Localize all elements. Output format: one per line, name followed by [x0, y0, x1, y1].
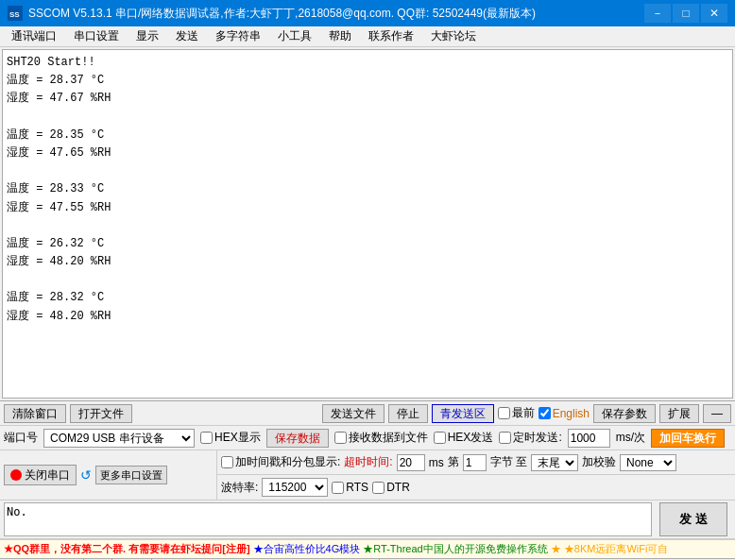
check-select[interactable]: None	[620, 454, 676, 471]
save-to-file-check[interactable]	[334, 432, 347, 444]
output-line: 湿度 = 47.65 %RH	[7, 144, 728, 162]
hex-display-label[interactable]: HEX显示	[200, 430, 261, 446]
output-line: 温度 = 28.37 °C	[7, 72, 728, 90]
save-params-button[interactable]: 保存参数	[593, 404, 656, 423]
timed-send-check[interactable]	[499, 432, 511, 444]
app-icon: SS	[8, 6, 23, 21]
save-to-file-label[interactable]: 接收数据到文件	[334, 430, 428, 446]
ad-4g: ★合宙高性价比4G模块	[253, 543, 364, 554]
output-line: 湿度 = 48.20 %RH	[7, 253, 728, 271]
send-input-left: No.	[4, 502, 652, 536]
timeout-unit: ms	[429, 456, 444, 469]
output-line: 温度 = 28.35 °C	[7, 127, 728, 144]
port-status-indicator	[10, 469, 22, 481]
output-line: 温度 = 28.33 °C	[7, 180, 728, 198]
baud-label: 波特率:	[221, 480, 258, 496]
window-controls: － □ ✕	[644, 4, 727, 23]
output-line	[7, 271, 728, 289]
output-line	[7, 217, 728, 235]
output-line	[7, 109, 728, 127]
port-control-left: 关闭串口 ↺ 更多串口设置	[0, 450, 217, 500]
send-button[interactable]: 发 送	[659, 502, 727, 536]
add-crlf-button[interactable]: 加回车换行	[651, 429, 725, 448]
english-check[interactable]	[538, 407, 551, 419]
output-area[interactable]: SHT20 Start!!温度 = 28.37 °C湿度 = 47.67 %RH…	[2, 49, 733, 399]
expand-dash-button[interactable]: —	[703, 404, 731, 423]
most-recent-checkbox[interactable]: 最前	[498, 405, 535, 421]
baud-select[interactable]: 115200	[262, 478, 328, 497]
combined-row: 关闭串口 ↺ 更多串口设置 加时间戳和分包显示: 超时时间: ms 第 字节 至…	[0, 450, 735, 501]
output-line: 湿度 = 48.20 %RH	[7, 308, 728, 326]
stop-button[interactable]: 停止	[388, 404, 428, 423]
end-select[interactable]: 末尾	[531, 454, 578, 471]
ad-qq: ★QQ群里，没有第二个群. 有需要请在虾坛提问[注册]	[4, 543, 253, 554]
byte-unit: 字节 至	[490, 454, 527, 470]
title-bar-left: SS SSCOM V5.13.1 串口/网络数据调试器,作者:大虾丁丁,2618…	[8, 6, 536, 22]
output-line	[7, 162, 728, 180]
maximize-button[interactable]: □	[673, 4, 699, 23]
menu-item-串口设置[interactable]: 串口设置	[66, 26, 127, 46]
byte-label: 第	[448, 454, 459, 470]
add-timestamp-label[interactable]: 加时间戳和分包显示:	[221, 454, 340, 470]
output-line: 湿度 = 47.55 %RH	[7, 199, 728, 217]
timed-send-label[interactable]: 定时发送:	[499, 430, 561, 446]
output-line: SHT20 Start!!	[7, 54, 728, 72]
dtr-label[interactable]: DTR	[372, 481, 410, 494]
baud-row: 波特率: 115200 RTS DTR	[217, 475, 735, 500]
send-area-button[interactable]: 青发送区	[432, 404, 494, 423]
rts-check[interactable]	[332, 482, 344, 494]
close-port-label: 关闭串口	[25, 467, 70, 484]
menu-item-大虾论坛[interactable]: 大虾论坛	[423, 26, 484, 46]
title-bar: SS SSCOM V5.13.1 串口/网络数据调试器,作者:大虾丁丁,2618…	[0, 0, 735, 26]
clear-window-button[interactable]: 清除窗口	[4, 404, 66, 423]
byte-num-input[interactable]	[463, 454, 487, 471]
menu-item-联系作者[interactable]: 联系作者	[361, 26, 421, 46]
timestamp-row: 加时间戳和分包显示: 超时时间: ms 第 字节 至 末尾 加校验 None	[217, 450, 735, 475]
close-button[interactable]: ✕	[701, 4, 727, 23]
menu-item-小工具[interactable]: 小工具	[270, 26, 319, 46]
expand-button[interactable]: 扩展	[659, 404, 699, 423]
port-select[interactable]: COM29 USB 串行设备	[43, 429, 195, 448]
english-checkbox[interactable]: English	[538, 407, 590, 420]
hex-display-check[interactable]	[200, 432, 213, 444]
ad-row: ★QQ群里，没有第二个群. 有需要请在虾坛提问[注册] ★合宙高性价比4G模块 …	[0, 539, 735, 558]
menu-bar: 通讯端口串口设置显示发送多字符串小工具帮助联系作者大虾论坛	[0, 26, 735, 47]
hex-send-label[interactable]: HEX发送	[434, 430, 494, 446]
refresh-icon[interactable]: ↺	[80, 467, 92, 483]
bottom-panel: 清除窗口 打开文件 发送文件 停止 青发送区 最前 English 保存参数 扩…	[0, 400, 735, 560]
hex-send-check[interactable]	[434, 432, 446, 444]
close-port-button[interactable]: 关闭串口	[4, 465, 77, 485]
timeout-label: 超时时间:	[344, 454, 392, 470]
timeout-value-input[interactable]	[397, 454, 425, 471]
menu-item-多字符串[interactable]: 多字符串	[208, 26, 268, 46]
output-line: 温度 = 26.32 °C	[7, 235, 728, 253]
port-settings-row: 端口号 COM29 USB 串行设备 HEX显示 保存数据 接收数据到文件 HE…	[0, 426, 735, 450]
timed-unit: ms/次	[616, 430, 645, 446]
toolbar-row-1: 清除窗口 打开文件 发送文件 停止 青发送区 最前 English 保存参数 扩…	[0, 401, 735, 426]
menu-item-通讯端口[interactable]: 通讯端口	[4, 26, 64, 46]
most-recent-check[interactable]	[498, 407, 510, 419]
output-line	[7, 326, 728, 344]
add-timestamp-check[interactable]	[221, 456, 233, 468]
port-label: 端口号	[4, 430, 38, 446]
save-data-button[interactable]: 保存数据	[266, 429, 329, 448]
menu-item-发送[interactable]: 发送	[168, 26, 206, 46]
check-label: 加校验	[582, 454, 616, 470]
output-line: 湿度 = 47.67 %RH	[7, 90, 728, 108]
dtr-check[interactable]	[372, 482, 385, 494]
ad-rtthread: ★RT-Thread中国人的开源免费操作系统	[363, 543, 550, 554]
rts-label[interactable]: RTS	[332, 481, 368, 494]
send-file-button[interactable]: 发送文件	[322, 404, 385, 423]
right-settings: 加时间戳和分包显示: 超时时间: ms 第 字节 至 末尾 加校验 None 波…	[217, 450, 735, 500]
send-text-input[interactable]: No.	[4, 502, 652, 536]
open-file-button[interactable]: 打开文件	[70, 404, 132, 423]
title-text: SSCOM V5.13.1 串口/网络数据调试器,作者:大虾丁丁,2618058…	[28, 6, 536, 22]
more-settings-button[interactable]: 更多串口设置	[95, 466, 167, 484]
menu-item-显示[interactable]: 显示	[128, 26, 166, 46]
ad-wifi: ★ ★8KM远距离WiFi可自	[551, 543, 669, 554]
svg-text:SS: SS	[9, 10, 20, 19]
minimize-button[interactable]: －	[644, 4, 671, 23]
send-input-row: No. 发 送	[0, 501, 735, 539]
timed-value-input[interactable]	[568, 429, 610, 448]
menu-item-帮助[interactable]: 帮助	[321, 26, 359, 46]
